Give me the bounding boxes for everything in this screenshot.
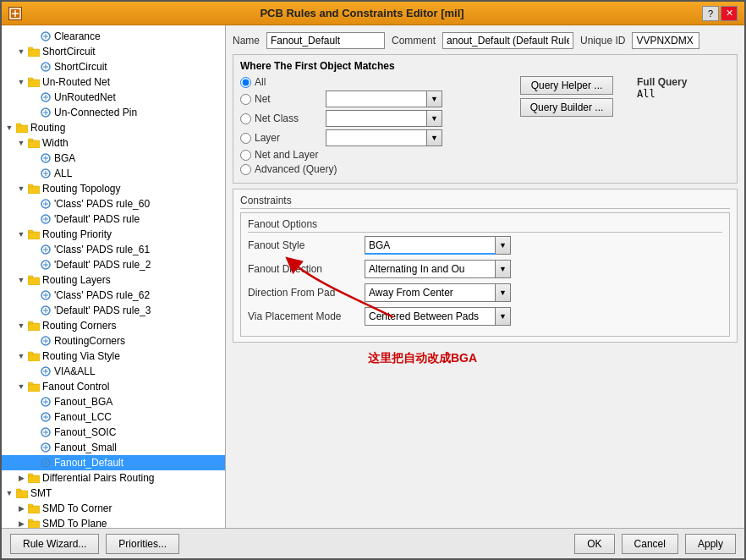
where-radio-all[interactable] <box>240 77 251 88</box>
where-combo: ▼ <box>326 91 442 107</box>
query-builder-button[interactable]: Query Builder ... <box>520 98 613 117</box>
tree-item[interactable]: ▼Width <box>2 135 225 151</box>
node-icon <box>39 304 52 317</box>
tree-item[interactable]: ShortCircuit <box>2 59 225 74</box>
where-combo-input[interactable] <box>326 91 427 107</box>
tree-item[interactable]: BGA <box>2 151 225 166</box>
tree-item[interactable]: VIA&ALL <box>2 364 225 379</box>
apply-button[interactable]: Apply <box>685 534 736 554</box>
expand-icon <box>27 442 39 453</box>
full-query-label: Full Query <box>637 76 730 88</box>
node-icon <box>39 334 52 348</box>
node-icon <box>39 197 52 211</box>
where-combo-arrow[interactable]: ▼ <box>427 110 442 127</box>
where-radio-net[interactable] <box>240 94 251 105</box>
expand-icon: ▼ <box>15 46 27 58</box>
tree-item[interactable]: Fanout_Small <box>2 440 225 455</box>
node-icon <box>39 441 52 454</box>
node-icon <box>27 228 41 241</box>
tree-item[interactable]: Clearance <box>2 29 225 44</box>
tree-item[interactable]: ▼Routing <box>2 120 225 135</box>
tree-item[interactable]: ▼Routing Topology <box>2 181 225 196</box>
where-combo-input[interactable] <box>326 110 427 127</box>
tree-item[interactable]: ▶Differential Pairs Routing <box>2 470 225 486</box>
fanout-row: Direction From Pad▼ <box>248 283 722 302</box>
rule-wizard-button[interactable]: Rule Wizard... <box>10 534 99 554</box>
fanout-select-arrow[interactable]: ▼ <box>496 283 511 302</box>
tree-item[interactable]: ▼SMT <box>2 486 225 501</box>
where-combo-input[interactable] <box>326 129 427 146</box>
close-button[interactable]: ✕ <box>721 6 738 21</box>
fanout-select-input[interactable] <box>365 283 496 302</box>
where-option-label: Advanced (Query) <box>255 163 337 175</box>
tree-item[interactable]: 'Class' PADS rule_61 <box>2 242 225 257</box>
tree-item[interactable]: Fanout_BGA <box>2 394 225 409</box>
right-panel: Name Comment Unique ID Where The First O… <box>226 25 744 528</box>
tree-panel: Clearance▼ShortCircuitShortCircuit▼Un-Ro… <box>2 25 226 528</box>
tree-item[interactable]: ALL <box>2 166 225 181</box>
node-icon <box>27 136 41 150</box>
tree-item[interactable]: Fanout_LCC <box>2 409 225 425</box>
tree-item[interactable]: RoutingCorners <box>2 333 225 349</box>
where-combo-arrow[interactable]: ▼ <box>427 91 442 107</box>
title-bar-buttons: ? ✕ <box>702 6 738 21</box>
tree-item[interactable]: ▼ShortCircuit <box>2 44 225 59</box>
help-button[interactable]: ? <box>702 6 719 21</box>
svg-rect-21 <box>28 140 40 148</box>
fanout-select-arrow[interactable]: ▼ <box>496 260 511 278</box>
tree-item[interactable]: UnRoutedNet <box>2 90 225 105</box>
fanout-select-input[interactable] <box>365 260 496 278</box>
expand-icon <box>27 259 39 271</box>
tree-item[interactable]: 'Default' PADS rule_2 <box>2 257 225 272</box>
where-radio-advanced[interactable] <box>240 164 251 175</box>
fanout-row-label: Via Placement Mode <box>248 310 358 322</box>
tree-item[interactable]: ▶SMD To Plane <box>2 516 225 528</box>
tree-item[interactable]: ▼Routing Corners <box>2 318 225 333</box>
tree-item[interactable]: Fanout_SOIC <box>2 425 225 440</box>
ok-button[interactable]: OK <box>574 534 614 554</box>
where-radio-layer[interactable] <box>240 133 251 144</box>
comment-input[interactable] <box>442 32 573 49</box>
fanout-combo: ▼ <box>365 236 511 255</box>
tree-item[interactable]: ▼Routing Via Style <box>2 349 225 364</box>
node-icon <box>39 456 52 469</box>
tree-item[interactable]: ▼Un-Routed Net <box>2 74 225 90</box>
svg-rect-22 <box>28 139 33 141</box>
cancel-button[interactable]: Cancel <box>622 534 678 554</box>
expand-icon <box>27 61 39 73</box>
tree-item[interactable]: ▼Fanout Control <box>2 379 225 394</box>
fanout-select-input[interactable] <box>365 236 496 255</box>
tree-item[interactable]: 'Default' PADS rule_3 <box>2 303 225 318</box>
tree-item[interactable]: ▼Routing Priority <box>2 227 225 242</box>
fanout-select-arrow[interactable]: ▼ <box>496 236 511 255</box>
expand-icon: ▶ <box>15 502 27 514</box>
expand-icon: ▼ <box>3 487 15 499</box>
svg-rect-54 <box>28 321 33 324</box>
tree-item[interactable]: 'Default' PADS rule <box>2 211 225 227</box>
where-right: Query Helper ... Query Builder ... <box>520 76 630 178</box>
node-icon <box>15 486 29 500</box>
where-radio-netandlayer[interactable] <box>240 150 251 161</box>
fanout-options-title: Fanout Options <box>248 218 722 233</box>
query-helper-button[interactable]: Query Helper ... <box>520 76 613 95</box>
tree-item-label: Routing <box>30 122 65 134</box>
name-header-row: Name Comment Unique ID <box>233 32 738 49</box>
name-input[interactable] <box>266 32 385 49</box>
where-radio-netclass[interactable] <box>240 113 251 124</box>
fanout-select-input[interactable] <box>365 307 496 326</box>
fanout-combo: ▼ <box>365 307 511 326</box>
app-icon <box>8 7 22 20</box>
fanout-select-arrow[interactable]: ▼ <box>496 307 511 326</box>
tree-item[interactable]: 'Class' PADS rule_62 <box>2 288 225 303</box>
svg-rect-85 <box>28 504 33 507</box>
svg-rect-64 <box>28 382 33 385</box>
where-combo-arrow[interactable]: ▼ <box>427 129 442 146</box>
tree-item[interactable]: Un-Connected Pin <box>2 105 225 120</box>
tree-item[interactable]: 'Class' PADS rule_60 <box>2 196 225 211</box>
tree-item[interactable]: Fanout_Default <box>2 455 225 470</box>
tree-item[interactable]: ▼Routing Layers <box>2 272 225 288</box>
unique-id-input[interactable] <box>632 32 699 49</box>
tree-item[interactable]: ▶SMD To Corner <box>2 501 225 516</box>
priorities-button[interactable]: Priorities... <box>106 534 179 554</box>
tree-item-label: 'Default' PADS rule_3 <box>54 305 151 316</box>
